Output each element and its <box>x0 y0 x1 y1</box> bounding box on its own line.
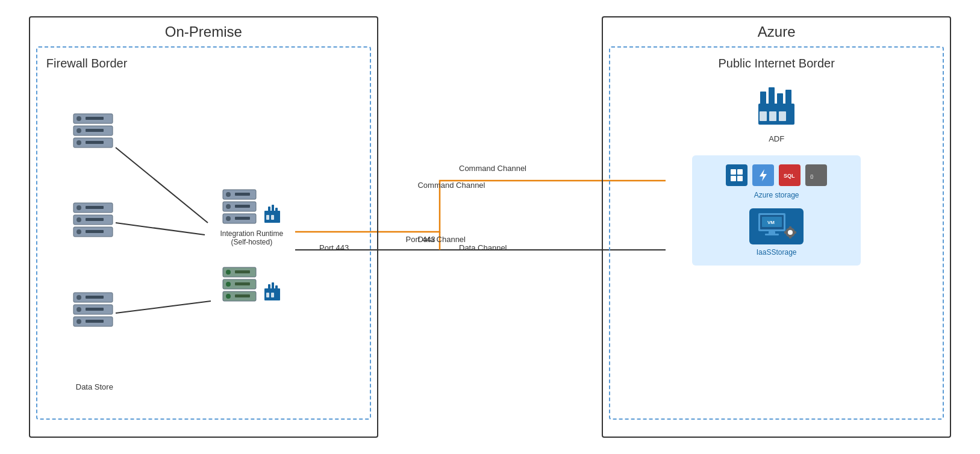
ir-factory-icon-2 <box>263 279 281 303</box>
grid-icon-svg <box>729 168 744 182</box>
svg-point-27 <box>76 307 81 312</box>
svg-point-12 <box>76 140 81 145</box>
svg-point-51 <box>226 282 231 287</box>
svg-rect-25 <box>86 296 104 299</box>
ir-server-2-rack <box>222 264 261 303</box>
svg-point-84 <box>788 230 793 235</box>
svg-rect-45 <box>272 205 274 213</box>
svg-text:{}: {} <box>810 173 814 179</box>
svg-point-6 <box>76 116 81 121</box>
svg-rect-85 <box>789 226 791 229</box>
vm-icon-svg: VM <box>755 211 797 241</box>
svg-rect-67 <box>760 111 767 121</box>
svg-text:SQL: SQL <box>784 173 795 179</box>
server-stack-1-icon <box>70 111 119 153</box>
svg-rect-88 <box>794 231 796 234</box>
svg-rect-16 <box>86 206 104 209</box>
svg-rect-40 <box>235 217 250 220</box>
svg-rect-58 <box>271 293 274 297</box>
svg-rect-28 <box>86 308 104 311</box>
azure-storage-group: SQL {} Azure storage <box>692 155 861 266</box>
svg-rect-65 <box>777 93 783 106</box>
server-stack-2-icon <box>70 200 119 242</box>
iaas-vm-icon: VM <box>749 208 804 244</box>
iaas-storage-container: VM <box>704 208 849 257</box>
middle-area: Port 443 Command Channel Data Channel <box>399 16 580 438</box>
diagram-wrapper: On-Premise Firewall Border <box>0 0 980 454</box>
firewall-border-box: Firewall Border <box>36 46 371 420</box>
svg-point-30 <box>76 319 81 324</box>
data-stores-column: Data Store <box>46 76 143 414</box>
svg-rect-49 <box>235 270 250 273</box>
lightning-icon-svg <box>756 168 770 182</box>
svg-rect-86 <box>789 236 791 238</box>
svg-rect-69 <box>779 111 786 121</box>
svg-rect-43 <box>271 215 274 220</box>
main-container: On-Premise Firewall Border <box>0 0 980 454</box>
ir-server-1: Integration Runtime (Self-hosted) <box>220 187 283 246</box>
sql-storage-icon: SQL <box>779 164 801 186</box>
svg-rect-34 <box>235 193 250 196</box>
svg-rect-46 <box>275 208 278 213</box>
svg-rect-31 <box>86 320 104 323</box>
port-443-text: Port 443 <box>319 242 349 253</box>
adf-label: ADF <box>769 134 784 143</box>
server-stack-2 <box>70 200 119 244</box>
svg-rect-68 <box>769 111 776 121</box>
svg-rect-66 <box>785 90 791 106</box>
svg-point-9 <box>76 128 81 133</box>
on-premise-content: Data Store <box>46 76 361 414</box>
svg-rect-7 <box>86 117 104 120</box>
svg-point-18 <box>76 217 81 222</box>
svg-point-24 <box>76 295 81 300</box>
ir-server-1-rack <box>222 187 261 226</box>
svg-rect-64 <box>769 87 775 106</box>
svg-marker-74 <box>760 169 767 181</box>
svg-point-21 <box>76 229 81 234</box>
public-internet-border-title: Public Internet Border <box>619 57 934 70</box>
json-icon-svg: {} <box>809 168 823 182</box>
firewall-border-title: Firewall Border <box>46 57 361 70</box>
svg-text:VM: VM <box>767 220 775 225</box>
azure-title: Azure <box>609 23 944 40</box>
azure-box: Azure Public Internet Border <box>602 16 951 438</box>
adf-factory-icon <box>752 82 801 131</box>
command-channel-label: Command Channel <box>417 179 485 190</box>
on-premise-title: On-Premise <box>36 23 371 40</box>
svg-rect-22 <box>86 230 104 233</box>
svg-rect-44 <box>268 207 270 213</box>
data-store-label: Data Store <box>76 382 113 391</box>
svg-rect-60 <box>272 282 274 290</box>
public-internet-border-box: Public Internet Border <box>609 46 944 420</box>
svg-rect-55 <box>235 294 250 297</box>
svg-rect-10 <box>86 129 104 132</box>
sql-icon-svg: SQL <box>782 168 797 182</box>
svg-rect-70 <box>731 169 736 175</box>
adf-container: ADF <box>752 82 801 143</box>
data-channel-text: Data Channel <box>459 242 507 253</box>
svg-rect-61 <box>275 285 278 290</box>
azure-storage-label: Azure storage <box>704 191 849 199</box>
svg-rect-63 <box>760 92 766 106</box>
iaas-storage-label: IaaSStorage <box>757 248 797 257</box>
ir-server-2 <box>222 264 281 303</box>
grid-storage-icon <box>726 164 747 186</box>
svg-rect-42 <box>266 215 269 220</box>
svg-rect-87 <box>784 231 787 234</box>
server-stack-1 <box>70 111 119 155</box>
svg-point-54 <box>226 294 231 299</box>
svg-rect-72 <box>731 176 736 181</box>
ir-label: Integration Runtime (Self-hosted) <box>220 229 283 246</box>
svg-rect-82 <box>765 234 779 235</box>
svg-rect-73 <box>737 176 743 181</box>
svg-rect-57 <box>266 293 269 297</box>
json-storage-icon: {} <box>805 164 827 186</box>
svg-rect-52 <box>235 282 250 285</box>
svg-point-15 <box>76 205 81 210</box>
svg-rect-19 <box>86 218 104 221</box>
svg-rect-59 <box>268 284 270 290</box>
svg-rect-37 <box>235 205 250 208</box>
svg-rect-71 <box>737 169 743 175</box>
server-stack-3 <box>70 290 119 334</box>
svg-point-33 <box>226 192 231 197</box>
